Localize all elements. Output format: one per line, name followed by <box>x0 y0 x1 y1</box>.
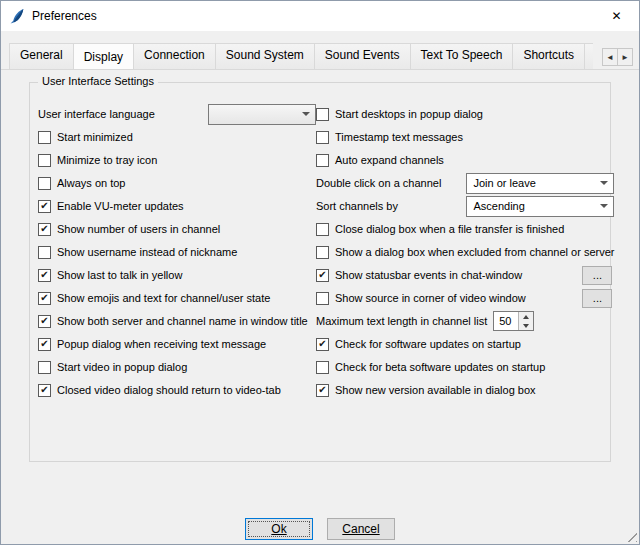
language-row: User interface language <box>38 105 316 123</box>
sort-channels-row: Sort channels by Ascending <box>316 197 614 215</box>
tab-bar: General Display Connection Sound System … <box>1 31 639 70</box>
checkbox-row[interactable]: Timestamp text messages <box>316 128 614 146</box>
checkbox-row[interactable]: Show username instead of nickname <box>38 243 316 261</box>
checkbox[interactable] <box>38 384 51 397</box>
checkbox-label: Start minimized <box>57 131 133 143</box>
checkbox-label: Minimize to tray icon <box>57 154 157 166</box>
checkbox[interactable] <box>38 154 51 167</box>
tabs-strip: General Display Connection Sound System … <box>9 43 593 69</box>
combobox-value: Join or leave <box>473 177 535 189</box>
preferences-dialog: { "window": { "title": "Preferences", "c… <box>0 0 640 545</box>
tab-video[interactable]: Video <box>584 43 593 69</box>
tab-display[interactable]: Display <box>73 43 134 69</box>
checkbox-row[interactable]: Start minimized <box>38 128 316 146</box>
checkbox-row[interactable]: Check for software updates on startup <box>316 335 614 353</box>
spin-down-icon[interactable] <box>519 321 533 330</box>
sort-channels-combobox[interactable]: Ascending <box>466 196 614 217</box>
spinner-value: 50 <box>494 312 518 330</box>
checkbox[interactable] <box>38 131 51 144</box>
checkbox-row[interactable]: Check for beta software updates on start… <box>316 358 614 376</box>
sort-channels-label: Sort channels by <box>316 200 398 212</box>
checkbox[interactable] <box>38 223 51 236</box>
checkbox-row[interactable]: Close dialog box when a file transfer is… <box>316 220 614 238</box>
tab-shortcuts[interactable]: Shortcuts <box>512 43 585 69</box>
max-text-length-spinner[interactable]: 50 <box>493 311 534 331</box>
checkbox[interactable] <box>38 292 51 305</box>
checkbox-row[interactable]: Show emojis and text for channel/user st… <box>38 289 316 307</box>
checkbox-row[interactable]: Show both server and channel name in win… <box>38 312 316 330</box>
spinner-arrows <box>518 312 533 330</box>
tab-scroll-right-icon[interactable]: ► <box>617 48 633 66</box>
tab-connection[interactable]: Connection <box>133 43 216 69</box>
checkbox[interactable] <box>316 338 329 351</box>
checkbox-label: Show username instead of nickname <box>57 246 237 258</box>
checkbox[interactable] <box>316 223 329 236</box>
app-icon <box>9 8 26 25</box>
tab-general[interactable]: General <box>9 43 74 69</box>
checkbox[interactable] <box>38 338 51 351</box>
tab-scroll-left-icon[interactable]: ◄ <box>602 48 618 66</box>
checkbox-label: Popup dialog when receiving text message <box>57 338 266 350</box>
tab-sound-events[interactable]: Sound Events <box>314 43 411 69</box>
statusbar-events-more-button[interactable]: ... <box>582 266 612 285</box>
checkbox-label: Start video in popup dialog <box>57 361 187 373</box>
checkbox-label: Always on top <box>57 177 125 189</box>
double-click-label: Double click on a channel <box>316 177 441 189</box>
checkbox-row[interactable]: Minimize to tray icon <box>38 151 316 169</box>
ok-button[interactable]: Ok <box>245 518 313 540</box>
checkbox-label: Enable VU-meter updates <box>57 200 184 212</box>
checkbox[interactable] <box>38 269 51 282</box>
tab-text-to-speech[interactable]: Text To Speech <box>410 43 514 69</box>
checkbox[interactable] <box>316 108 329 121</box>
combobox-value: Ascending <box>473 200 524 212</box>
checkbox[interactable] <box>316 269 329 282</box>
checkbox-row[interactable]: Show number of users in channel <box>38 220 316 238</box>
video-source-row[interactable]: Show source in corner of video window ..… <box>316 289 614 307</box>
checkbox[interactable] <box>316 154 329 167</box>
video-source-more-button[interactable]: ... <box>582 289 612 308</box>
cancel-button[interactable]: Cancel <box>327 518 395 540</box>
checkbox-label: Start desktops in popup dialog <box>335 108 483 120</box>
checkbox-row[interactable]: Start video in popup dialog <box>38 358 316 376</box>
checkbox-row[interactable]: Enable VU-meter updates <box>38 197 316 215</box>
checkbox-label: Show new version available in dialog box <box>335 384 536 396</box>
close-button[interactable]: ✕ <box>594 1 639 31</box>
double-click-combobox[interactable]: Join or leave <box>466 173 614 194</box>
checkbox-row[interactable]: Show last to talk in yellow <box>38 266 316 284</box>
checkbox[interactable] <box>38 315 51 328</box>
chevron-down-icon <box>302 112 310 116</box>
checkbox-label: Show both server and channel name in win… <box>57 315 308 327</box>
checkbox-row[interactable]: Popup dialog when receiving text message <box>38 335 316 353</box>
chevron-down-icon <box>600 181 608 185</box>
checkbox[interactable] <box>38 200 51 213</box>
checkbox-label: Show a dialog box when excluded from cha… <box>335 246 614 258</box>
statusbar-events-row[interactable]: Show statusbar events in chat-window ... <box>316 266 614 284</box>
checkbox[interactable] <box>316 292 329 305</box>
checkbox-row[interactable]: Auto expand channels <box>316 151 614 169</box>
title-bar[interactable]: Preferences ✕ <box>1 1 639 31</box>
checkbox-label: Auto expand channels <box>335 154 444 166</box>
checkbox-row[interactable]: Closed video dialog should return to vid… <box>38 381 316 399</box>
tab-sound-system[interactable]: Sound System <box>215 43 315 69</box>
checkbox[interactable] <box>38 246 51 259</box>
checkbox-label: Check for software updates on startup <box>335 338 521 350</box>
spin-up-icon[interactable] <box>519 312 533 321</box>
chevron-down-icon <box>600 204 608 208</box>
checkbox-row[interactable]: Start desktops in popup dialog <box>316 105 614 123</box>
checkbox-label: Show statusbar events in chat-window <box>335 269 522 281</box>
double-click-row: Double click on a channel Join or leave <box>316 174 614 192</box>
checkbox-row[interactable]: Show new version available in dialog box <box>316 381 614 399</box>
checkbox-row[interactable]: Show a dialog box when excluded from cha… <box>316 243 614 261</box>
checkbox-label: Closed video dialog should return to vid… <box>57 384 281 396</box>
checkbox-label: Show number of users in channel <box>57 223 220 235</box>
checkbox-row[interactable]: Always on top <box>38 174 316 192</box>
max-text-length-label: Maximum text length in channel list <box>316 315 487 327</box>
language-combobox[interactable] <box>208 104 316 125</box>
checkbox[interactable] <box>316 384 329 397</box>
checkbox[interactable] <box>38 177 51 190</box>
checkbox[interactable] <box>316 131 329 144</box>
checkbox[interactable] <box>316 246 329 259</box>
checkbox[interactable] <box>316 361 329 374</box>
checkbox-label: Check for beta software updates on start… <box>335 361 545 373</box>
checkbox[interactable] <box>38 361 51 374</box>
